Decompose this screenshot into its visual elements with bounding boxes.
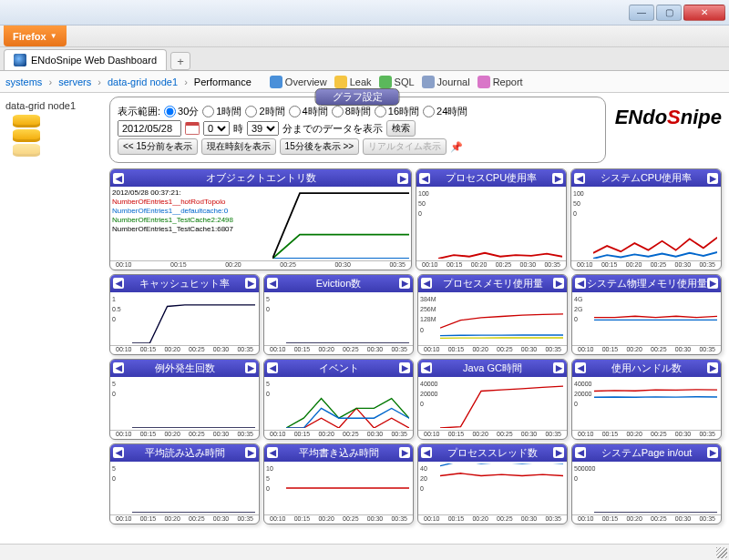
x-axis: 00:1000:1500:2000:2500:3000:35 [110, 430, 259, 439]
resize-grip-icon[interactable] [716, 547, 727, 558]
realtime-button[interactable]: リアルタイム表示 [363, 138, 447, 155]
minute-select[interactable]: 39 [247, 121, 279, 136]
calendar-icon[interactable] [185, 122, 200, 135]
panel-prev-icon[interactable]: ◀ [575, 278, 586, 289]
chart-area [132, 294, 255, 343]
range-option[interactable]: 16時間 [375, 105, 419, 118]
window-close-button[interactable]: ✕ [683, 5, 725, 21]
panel-prev-icon[interactable]: ◀ [574, 173, 585, 184]
search-button[interactable]: 検索 [386, 120, 416, 137]
panel-header: ◀システムCPU使用率▶ [571, 169, 721, 187]
y-axis: 50 [266, 379, 270, 399]
panel-next-icon[interactable]: ▶ [707, 173, 718, 184]
range-radio[interactable] [375, 106, 386, 117]
y-axis: 40200 [420, 463, 427, 494]
browser-tab[interactable]: ENdoSnipe Web Dashboard [4, 49, 167, 70]
panel-next-icon[interactable]: ▶ [553, 447, 564, 458]
range-option[interactable]: 2時間 [245, 105, 284, 118]
window-minimize-button[interactable]: — [629, 5, 654, 21]
range-label: 表示範囲: [118, 105, 160, 118]
panel-prev-icon[interactable]: ◀ [421, 362, 432, 373]
crumb-node[interactable]: data-grid node1 [108, 76, 178, 87]
x-axis: 00:1000:1500:2000:2500:3000:35 [418, 345, 567, 354]
tool-journal[interactable]: Journal [422, 76, 470, 88]
range-option[interactable]: 4時間 [289, 105, 328, 118]
tool-overview[interactable]: Overview [270, 76, 327, 88]
x-axis: 00:1000:1500:2000:2500:3000:35 [110, 260, 411, 270]
range-option[interactable]: 30分 [164, 105, 199, 118]
panel-prev-icon[interactable]: ◀ [267, 278, 278, 289]
panel-body: 1050 [264, 462, 413, 514]
fwd15-button[interactable]: 15分後を表示 >> [280, 138, 360, 155]
panel-body: 50 [110, 462, 259, 514]
range-option[interactable]: 24時間 [423, 105, 467, 118]
firefox-menu-button[interactable]: Firefox ▼ [4, 25, 67, 46]
y-axis: 5000000 [574, 463, 595, 484]
entries-timestamp: 2012/05/28 00:37:21: [112, 188, 272, 198]
range-radio[interactable] [423, 106, 435, 117]
panel-prev-icon[interactable]: ◀ [575, 362, 586, 373]
range-radio[interactable] [202, 106, 214, 117]
crumb-current: Performance [194, 76, 252, 87]
panel-prev-icon[interactable]: ◀ [113, 278, 124, 289]
panel-next-icon[interactable]: ▶ [245, 278, 256, 289]
panel-next-icon[interactable]: ▶ [399, 278, 410, 289]
panel-prev-icon[interactable]: ◀ [267, 447, 278, 458]
range-radio[interactable] [289, 106, 301, 117]
panel-next-icon[interactable]: ▶ [399, 447, 410, 458]
panel: ◀システムPage in/out▶500000000:1000:1500:200… [571, 443, 722, 524]
range-option[interactable]: 1時間 [202, 105, 241, 118]
range-option[interactable]: 8時間 [332, 105, 371, 118]
panel-next-icon[interactable]: ▶ [399, 362, 410, 373]
range-radio[interactable] [164, 106, 176, 117]
panel-prev-icon[interactable]: ◀ [421, 447, 432, 458]
panel-next-icon[interactable]: ▶ [707, 278, 718, 289]
panel-entries: ◀オブジェクトエントリ数▶ 2012/05/28 00:37:21: Numbe… [109, 168, 412, 270]
x-axis: 00:1000:1500:2000:2500:3000:35 [418, 514, 567, 524]
now-button[interactable]: 現在時刻を表示 [201, 138, 276, 155]
panel-title: システムPage in/out [601, 446, 693, 460]
panel-prev-icon[interactable]: ◀ [575, 447, 586, 458]
x-axis: 00:1000:1500:2000:2500:3000:35 [572, 430, 721, 439]
hour-select[interactable]: 0 [203, 121, 230, 136]
back15-button[interactable]: << 15分前を表示 [118, 138, 198, 155]
favicon-icon [14, 54, 26, 66]
range-radio[interactable] [332, 106, 344, 117]
date-input[interactable] [118, 120, 181, 137]
panel-title: キャッシュヒット率 [139, 277, 230, 290]
panel-prev-icon[interactable]: ◀ [267, 362, 278, 373]
new-tab-button[interactable]: + [170, 52, 190, 70]
panel-title: Java GC時間 [463, 361, 522, 375]
panel-prev-icon[interactable]: ◀ [113, 173, 124, 184]
panel-next-icon[interactable]: ▶ [245, 362, 256, 373]
panel-header: ◀平均書き込み時間▶ [264, 444, 413, 462]
panel-next-icon[interactable]: ▶ [552, 173, 563, 184]
tool-sql[interactable]: SQL [379, 76, 415, 88]
panel-next-icon[interactable]: ▶ [553, 362, 564, 373]
panel-title: 平均書き込み時間 [299, 446, 379, 460]
panel-prev-icon[interactable]: ◀ [419, 173, 430, 184]
panel-header: ◀システムPage in/out▶ [572, 444, 721, 462]
panel-prev-icon[interactable]: ◀ [421, 278, 432, 289]
crumb-servers[interactable]: servers [58, 76, 91, 87]
tool-report[interactable]: Report [477, 76, 523, 88]
journal-icon [422, 76, 435, 88]
pin-icon[interactable]: 📌 [450, 141, 463, 153]
range-radio[interactable] [245, 106, 257, 117]
crumb-systems[interactable]: systems [5, 76, 42, 87]
panel-title: 例外発生回数 [155, 361, 215, 375]
panel-prev-icon[interactable]: ◀ [113, 447, 124, 458]
chart-area [272, 188, 409, 259]
panel-next-icon[interactable]: ▶ [245, 447, 256, 458]
panel-next-icon[interactable]: ▶ [397, 173, 408, 184]
panel-title: イベント [319, 361, 359, 375]
panel-prev-icon[interactable]: ◀ [113, 362, 124, 373]
chart-area [593, 188, 717, 259]
panel-next-icon[interactable]: ▶ [707, 447, 718, 458]
panel-next-icon[interactable]: ▶ [707, 362, 718, 373]
panel-body: 40000200000 [418, 377, 567, 430]
panel-next-icon[interactable]: ▶ [553, 278, 564, 289]
tool-leak[interactable]: Leak [334, 76, 372, 88]
node-label: data-grid node1 [5, 100, 104, 111]
window-maximize-button[interactable]: ▢ [656, 5, 682, 21]
